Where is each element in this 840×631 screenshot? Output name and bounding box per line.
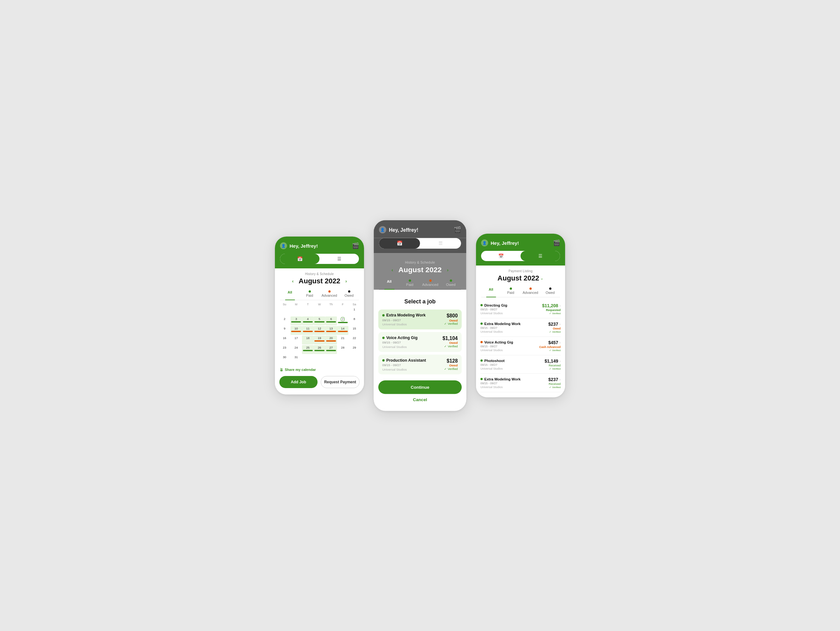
phone-calendar: 👤 Hey, Jeffrey! 🎬 📅 ☰ History & Schedule… (275, 237, 364, 394)
header-2: 👤 Hey, Jeffrey! 🎬 (374, 220, 466, 238)
phone-payments: 👤 Hey, Jeffrey! 🎬 📅 ☰ Payment Listing Au… (476, 234, 565, 397)
continue-button[interactable]: Continue (378, 380, 462, 394)
cal-week-3: 9 10 11 12 13 14 15 (279, 326, 360, 335)
filter-advanced-1[interactable]: Advanced (319, 288, 339, 300)
modal-title: Select a job (378, 298, 462, 305)
filter-owed-3[interactable]: Owed (540, 286, 560, 297)
screen-container: 👤 Hey, Jeffrey! 🎬 📅 ☰ History & Schedule… (262, 205, 578, 426)
next-month-1[interactable]: › (345, 278, 347, 284)
avatar-1: 👤 (280, 242, 287, 249)
filter-paid-2[interactable]: Paid (399, 277, 420, 289)
dropdown-arrow-3[interactable]: ⌄ (540, 276, 543, 280)
payment-item-5[interactable]: Extra Modeling Work 09/15 - 09/27 Univer… (480, 374, 561, 392)
avatar-2: 👤 (379, 226, 386, 233)
cal-week-5: 23 24 25 26 27 28 29 (279, 345, 360, 354)
filter-owed-2[interactable]: Owed (441, 277, 461, 289)
modal-sheet: Select a job Extra Modeling Work 09/15 -… (374, 292, 466, 411)
film-icon-3: 🎬 (553, 239, 560, 247)
section-title-1: History & Schedule (275, 272, 364, 276)
filter-tabs-2: All Paid Advanced Owed (379, 277, 461, 289)
body-1: History & Schedule ‹ August 2022 › All P… (275, 272, 364, 394)
cal-week-4: 16 17 18 19 20 21 22 (279, 335, 360, 345)
cal-week-2: 2 3 4 5 6 7 8 (279, 316, 360, 325)
tab-list-1[interactable]: ☰ (319, 254, 359, 264)
tab-list-3[interactable]: ☰ (521, 251, 560, 261)
avatar-3: 👤 (481, 239, 488, 247)
filter-tabs-1: All Paid Advanced Owed (280, 288, 359, 300)
payment-item-1[interactable]: Directing Gig 09/15 - 09/27 Universal St… (480, 300, 561, 318)
payment-item-2[interactable]: Extra Modeling Work 09/15 - 09/27 Univer… (480, 318, 561, 337)
filter-all-3[interactable]: All (481, 286, 501, 297)
month-label-1: August 2022 (299, 277, 341, 285)
month-label-2: August 2022 (398, 266, 442, 274)
month-dropdown-3: August 2022 ⌄ (476, 274, 565, 282)
calendar-grid: Su M T W Th F Sa 1 (275, 303, 364, 364)
add-job-button[interactable]: Add Job (279, 376, 317, 388)
next-month-2[interactable]: › (447, 267, 448, 272)
prev-month-2[interactable]: ‹ (392, 267, 393, 272)
request-payment-button[interactable]: Request Payment (321, 376, 360, 388)
job-item-2[interactable]: Voice Acting Gig 09/15 - 09/27 Universal… (378, 332, 462, 352)
tab-bar-2: 📅 ☰ (374, 238, 466, 253)
job-item-1[interactable]: Extra Modeling Work 09/15 - 09/27 Univer… (378, 310, 462, 329)
phone-modal: 👤 Hey, Jeffrey! 🎬 📅 ☰ History & Schedule… (374, 220, 466, 411)
greeting-2: 👤 Hey, Jeffrey! (379, 226, 418, 233)
filter-all-1[interactable]: All (280, 288, 300, 300)
greeting-3: 👤 Hey, Jeffrey! (481, 239, 519, 247)
cal-week-1: 1 (279, 307, 360, 316)
filter-owed-1[interactable]: Owed (339, 288, 359, 300)
tab-calendar-3[interactable]: 📅 (481, 251, 521, 261)
tab-bar-3: 📅 ☰ (476, 251, 565, 266)
tab-calendar-2[interactable]: 📅 (379, 238, 420, 249)
film-icon-1: 🎬 (352, 242, 359, 249)
month-label-3: August 2022 (497, 274, 539, 282)
film-icon-2: 🎬 (454, 226, 461, 233)
greeting-1: 👤 Hey, Jeffrey! (280, 242, 318, 249)
payment-list: Directing Gig 09/15 - 09/27 Universal St… (476, 300, 565, 397)
tab-calendar-1[interactable]: 📅 (280, 254, 319, 264)
body-2-bg: History & Schedule ‹ August 2022 › All P… (374, 253, 466, 289)
filter-paid-3[interactable]: Paid (501, 286, 521, 297)
filter-tabs-3: All Paid Advanced Owed (481, 286, 560, 297)
header-3: 👤 Hey, Jeffrey! 🎬 (476, 234, 565, 251)
header-1: 👤 Hey, Jeffrey! 🎬 (275, 237, 364, 254)
month-nav-2: ‹ August 2022 › (378, 266, 462, 274)
cal-week-6: 30 31 (279, 355, 360, 364)
section-title-2: History & Schedule (378, 261, 462, 264)
cal-header: Su M T W Th F Sa (279, 303, 360, 306)
section-title-3: Payment Listing (476, 269, 565, 273)
body-3: Payment Listing August 2022 ⌄ All Paid A… (476, 269, 565, 397)
filter-paid-1[interactable]: Paid (300, 288, 319, 300)
filter-all-2[interactable]: All (379, 277, 399, 289)
job-item-3[interactable]: Production Assistant 09/15 - 09/27 Unive… (378, 355, 462, 375)
prev-month-1[interactable]: ‹ (292, 278, 294, 284)
filter-advanced-3[interactable]: Advanced (521, 286, 540, 297)
month-nav-1: ‹ August 2022 › (275, 277, 364, 285)
cancel-button[interactable]: Cancel (378, 394, 462, 405)
payment-item-4[interactable]: Photoshoot 09/15 - 09/27 Universal Studi… (480, 355, 561, 374)
tab-list-2[interactable]: ☰ (420, 238, 461, 249)
payment-item-3[interactable]: Voice Acting Gig 09/15 - 09/27 Universal… (480, 337, 561, 355)
tab-bar-1: 📅 ☰ (275, 254, 364, 268)
bottom-buttons-1: Add Job Request Payment (275, 373, 364, 394)
filter-advanced-2[interactable]: Advanced (420, 277, 441, 289)
share-calendar[interactable]: ⪺ Share my calendar (275, 364, 364, 373)
